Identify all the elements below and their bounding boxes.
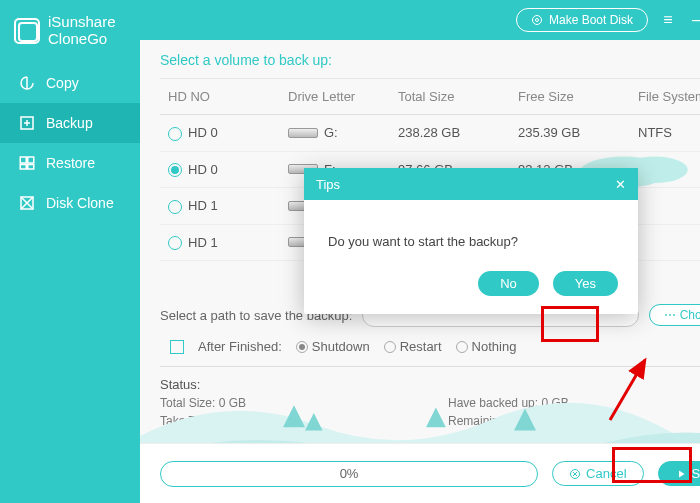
- nav-restore-label: Restore: [46, 155, 95, 171]
- nav-backup[interactable]: Backup: [0, 103, 140, 143]
- status-remain: Remaining Time: 0 s: [448, 414, 700, 428]
- app-logo: iSunshareCloneGo: [0, 0, 140, 63]
- row-radio[interactable]: [168, 200, 182, 214]
- nav-disk-clone[interactable]: Disk Clone: [0, 183, 140, 223]
- tips-dialog: Tips ✕ Do you want to start the backup? …: [304, 168, 638, 314]
- status-total: Total Size: 0 GB: [160, 396, 448, 410]
- select-volume-label: Select a volume to back up:: [160, 52, 700, 68]
- minimize-icon[interactable]: —: [688, 8, 700, 32]
- restore-icon: [18, 154, 36, 172]
- table-header: HD NO Drive Letter Total Size Free Size …: [160, 79, 700, 115]
- svg-rect-4: [28, 165, 34, 170]
- titlebar: Make Boot Disk ≡ — ✕: [140, 0, 700, 40]
- after-finished-label: After Finished:: [198, 339, 282, 354]
- dialog-close-icon[interactable]: ✕: [615, 177, 626, 192]
- choose-button[interactable]: ⋯Choose: [649, 304, 700, 326]
- app-name: iSunshareCloneGo: [48, 14, 116, 47]
- copy-icon: [18, 74, 36, 92]
- table-row[interactable]: HD 0G:238.28 GB235.39 GBNTFS: [160, 115, 700, 152]
- after-finished-checkbox[interactable]: [170, 340, 184, 354]
- dialog-message: Do you want to start the backup?: [304, 200, 638, 271]
- svg-point-7: [535, 19, 538, 22]
- dialog-yes-button[interactable]: Yes: [553, 271, 618, 296]
- disk-clone-icon: [18, 194, 36, 212]
- status-take: Take Time: 0 s: [160, 414, 448, 428]
- row-radio[interactable]: [168, 163, 182, 177]
- sidebar: iSunshareCloneGo Copy Backup Restore Dis…: [0, 0, 140, 503]
- progress-bar: 0%: [160, 461, 538, 487]
- opt-nothing[interactable]: Nothing: [456, 339, 517, 354]
- nav-clone-label: Disk Clone: [46, 195, 114, 211]
- nav-restore[interactable]: Restore: [0, 143, 140, 183]
- start-button[interactable]: Start: [658, 461, 700, 486]
- backup-icon: [18, 114, 36, 132]
- after-finished-row: After Finished: Shutdown Restart Nothing: [160, 339, 700, 354]
- status-title: Status:: [160, 377, 700, 392]
- dialog-title: Tips: [316, 177, 340, 192]
- nav-copy[interactable]: Copy: [0, 63, 140, 103]
- footer: 0% Cancel Start: [140, 443, 700, 503]
- svg-rect-1: [20, 157, 26, 163]
- svg-point-6: [532, 16, 541, 25]
- nav-copy-label: Copy: [46, 75, 79, 91]
- status-backed: Have backed up: 0 GB: [448, 396, 700, 410]
- cancel-icon: [569, 468, 581, 480]
- logo-icon: [14, 18, 40, 44]
- opt-shutdown[interactable]: Shutdown: [296, 339, 370, 354]
- svg-rect-2: [28, 157, 34, 163]
- opt-restart[interactable]: Restart: [384, 339, 442, 354]
- status-box: Status: Total Size: 0 GB Have backed up:…: [160, 366, 700, 428]
- dialog-header: Tips ✕: [304, 168, 638, 200]
- disk-icon: [288, 128, 318, 138]
- row-radio[interactable]: [168, 127, 182, 141]
- disc-icon: [531, 14, 543, 26]
- nav-backup-label: Backup: [46, 115, 93, 131]
- dialog-no-button[interactable]: No: [478, 271, 539, 296]
- svg-rect-3: [20, 165, 26, 170]
- play-icon: [675, 468, 687, 480]
- make-boot-disk-button[interactable]: Make Boot Disk: [516, 8, 648, 32]
- cancel-button[interactable]: Cancel: [552, 461, 643, 486]
- menu-icon[interactable]: ≡: [656, 8, 680, 32]
- row-radio[interactable]: [168, 236, 182, 250]
